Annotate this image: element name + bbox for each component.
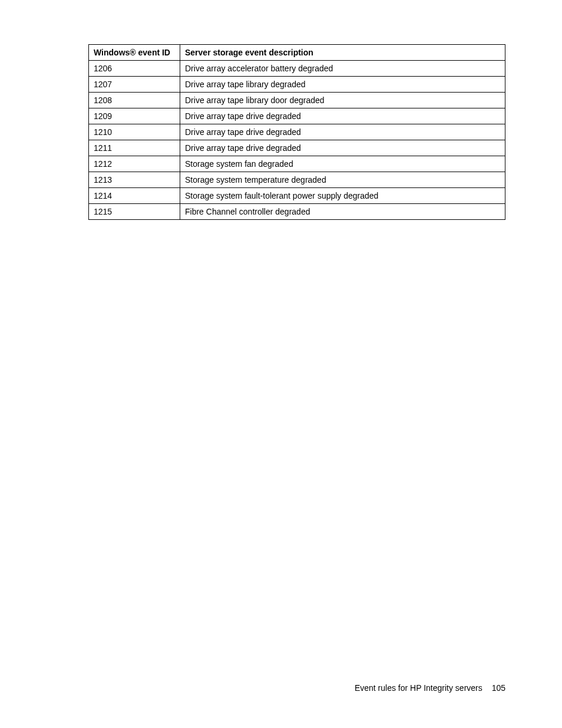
cell-description: Storage system fan degraded bbox=[180, 156, 505, 172]
footer-text: Event rules for HP Integrity servers bbox=[355, 683, 482, 693]
cell-event-id: 1214 bbox=[89, 188, 180, 204]
cell-description: Drive array tape library degraded bbox=[180, 77, 505, 93]
cell-description: Drive array tape drive degraded bbox=[180, 108, 505, 124]
table-header-row: Windows® event ID Server storage event d… bbox=[89, 45, 505, 61]
table-row: 1207 Drive array tape library degraded bbox=[89, 77, 505, 93]
table-row: 1215 Fibre Channel controller degraded bbox=[89, 204, 505, 220]
cell-description: Drive array accelerator battery degraded bbox=[180, 61, 505, 77]
cell-description: Drive array tape library door degraded bbox=[180, 93, 505, 108]
cell-event-id: 1207 bbox=[89, 77, 180, 93]
table-row: 1208 Drive array tape library door degra… bbox=[89, 93, 505, 108]
header-event-id: Windows® event ID bbox=[89, 45, 180, 61]
cell-description: Storage system temperature degraded bbox=[180, 172, 505, 188]
event-table: Windows® event ID Server storage event d… bbox=[88, 44, 505, 220]
table-row: 1211 Drive array tape drive degraded bbox=[89, 140, 505, 156]
table-row: 1209 Drive array tape drive degraded bbox=[89, 108, 505, 124]
cell-event-id: 1208 bbox=[89, 93, 180, 108]
table-row: 1213 Storage system temperature degraded bbox=[89, 172, 505, 188]
table-row: 1212 Storage system fan degraded bbox=[89, 156, 505, 172]
cell-description: Drive array tape drive degraded bbox=[180, 140, 505, 156]
cell-description: Drive array tape drive degraded bbox=[180, 124, 505, 140]
cell-event-id: 1212 bbox=[89, 156, 180, 172]
cell-event-id: 1209 bbox=[89, 108, 180, 124]
page-footer: Event rules for HP Integrity servers 105 bbox=[355, 683, 505, 693]
header-description: Server storage event description bbox=[180, 45, 505, 61]
cell-event-id: 1211 bbox=[89, 140, 180, 156]
table-row: 1214 Storage system fault-tolerant power… bbox=[89, 188, 505, 204]
page-number: 105 bbox=[492, 683, 505, 693]
cell-event-id: 1210 bbox=[89, 124, 180, 140]
cell-event-id: 1215 bbox=[89, 204, 180, 220]
table-row: 1210 Drive array tape drive degraded bbox=[89, 124, 505, 140]
cell-event-id: 1206 bbox=[89, 61, 180, 77]
cell-description: Storage system fault-tolerant power supp… bbox=[180, 188, 505, 204]
cell-description: Fibre Channel controller degraded bbox=[180, 204, 505, 220]
cell-event-id: 1213 bbox=[89, 172, 180, 188]
table-body: 1206 Drive array accelerator battery deg… bbox=[89, 61, 505, 220]
table-row: 1206 Drive array accelerator battery deg… bbox=[89, 61, 505, 77]
